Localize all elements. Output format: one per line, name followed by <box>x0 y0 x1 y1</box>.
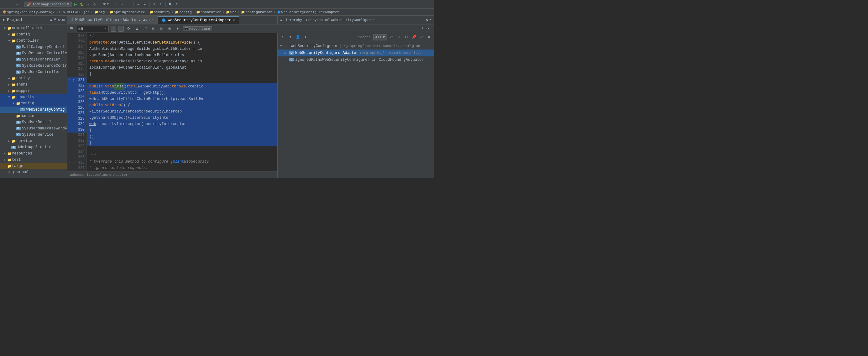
breadcrumb-security-label: security <box>154 10 170 14</box>
tab-java-close[interactable]: × <box>152 19 154 22</box>
search-filter-btn[interactable]: ⊞ <box>150 26 156 32</box>
app-selector[interactable]: 🚀 AdminApplication ▼ <box>24 2 72 7</box>
tree-item-handler[interactable]: 📁 handler <box>0 113 67 119</box>
hier-btn-1[interactable]: ↑ <box>280 34 286 40</box>
tree-item-target[interactable]: 📁 target <box>0 163 67 169</box>
search-input[interactable] <box>78 27 103 31</box>
search-match-init: init <box>114 83 124 90</box>
toolbar-icon-forward[interactable]: → <box>8 2 13 7</box>
hier-close-btn[interactable]: × <box>426 34 432 40</box>
sidebar-gear-icon[interactable]: ⚙ <box>58 18 60 22</box>
tree-item-com-mall-admin[interactable]: ▼ 📁 com.mall.admin <box>0 25 67 31</box>
tree-item-controller[interactable]: ▼ 📁 controller <box>0 38 67 44</box>
tree-item-enums[interactable]: ▶ 📁 enums <box>0 82 67 88</box>
search-clear-icon[interactable]: × <box>105 27 106 30</box>
tree-item-entity[interactable]: ▶ 📁 entity <box>0 75 67 82</box>
hier-item-ignoredpaths[interactable]: C IgnoredPathsWebSecurityConfigurer in C… <box>278 56 434 63</box>
hier-btn-2[interactable]: ↧ <box>287 34 293 40</box>
breadcrumb-web[interactable]: 📁 web <box>226 10 237 14</box>
tree-item-mall-category[interactable]: C MallCategoryController <box>0 44 67 50</box>
breadcrumb-springframework[interactable]: 📁 springframework <box>110 10 145 14</box>
tree-item-sysroleresource[interactable]: C SysRoleResourceController <box>0 63 67 69</box>
hier-item-websecurityconfigurer[interactable]: ▼ ➜ WebSecurityConfigurer (org.springfra… <box>278 42 434 50</box>
coverage-btn[interactable]: ☂ <box>86 2 91 7</box>
tree-item-sec-config[interactable]: ▼ 📁 config <box>0 100 67 107</box>
breadcrumb-config[interactable]: 📁 config <box>175 10 192 14</box>
breadcrumb-configuration[interactable]: 📁 configuration <box>241 10 272 14</box>
search-prev-btn[interactable]: ↑ <box>111 26 116 32</box>
match-case-btn[interactable]: ✓ Match Case <box>183 26 212 31</box>
tree-item-sysrole[interactable]: C SysRoleController <box>0 56 67 63</box>
search-input-wrap[interactable]: × <box>76 26 109 32</box>
hier-collapse-btn[interactable]: ⊟ <box>403 34 409 40</box>
hier-pin-btn[interactable]: 📌 <box>411 34 417 40</box>
tree-item-sysresource[interactable]: C SysResourceController <box>0 50 67 56</box>
scope-dropdown[interactable]: All ▼ <box>373 34 387 40</box>
tab-hierarchy-file[interactable]: 🔷 WebSecurityConfigurerAdapter × <box>158 16 239 24</box>
folder-icon-5: 📁 <box>196 10 200 14</box>
tab-hier-close[interactable]: × <box>233 19 235 22</box>
merge-btn[interactable]: ⊕ <box>152 2 157 7</box>
git-refresh[interactable]: ↺ <box>126 2 131 7</box>
hierarchy-tree[interactable]: ▼ ➜ WebSecurityConfigurer (org.springfra… <box>278 41 434 178</box>
hierarchy-settings-icon[interactable]: ⚙ <box>426 18 428 22</box>
search-wrap-btn[interactable]: ⟳ <box>126 26 132 32</box>
scope-arrow: ▼ <box>382 35 385 39</box>
hier-expand-win-btn[interactable]: ⤢ <box>418 34 425 40</box>
top-toolbar: ← → ↺ 🚀 AdminApplication ▼ ▶ 🐛 ☂ 🔌 Git: … <box>0 0 434 9</box>
search-more-btn[interactable]: ⋮⋮ <box>418 26 424 32</box>
search-filter2-btn[interactable]: ⊟ <box>158 26 164 32</box>
redo-btn[interactable]: ↪ <box>142 2 147 7</box>
hier-arrow-2: ▶ <box>284 51 289 55</box>
tree-item-service[interactable]: ▶ 📁 service <box>0 138 67 144</box>
attach-btn[interactable]: 🔌 <box>92 2 97 7</box>
tree-item-adminapp[interactable]: C AdminApplication <box>0 144 67 150</box>
tree-item-sysuser-ctrl[interactable]: C SysUserController <box>0 69 67 75</box>
sidebar-layout-icon[interactable]: ⊞ <box>62 18 65 22</box>
breadcrumb-sep-1: › <box>91 10 93 14</box>
search-close-btn[interactable]: × <box>425 26 432 32</box>
breadcrumb-org[interactable]: 📁 org <box>94 10 105 14</box>
tree-item-config[interactable]: ▶ 📁 config <box>0 31 67 38</box>
search-options-btn[interactable]: ⊠ <box>166 26 173 32</box>
breadcrumb-security[interactable]: 📁 security <box>150 10 170 14</box>
sidebar-settings-icon[interactable]: ≡ <box>54 18 56 22</box>
tree-item-mapper[interactable]: ▶ 📁 mapper <box>0 88 67 94</box>
code-editor[interactable]: 313 314 315 <box>67 33 277 171</box>
tree-item-test[interactable]: ▶ 📁 test <box>0 157 67 163</box>
tree-item-resources[interactable]: ▶ 📁 resources <box>0 150 67 157</box>
tab-java-file[interactable]: J WebSecurityConfigurerAdapter.java × <box>67 16 158 24</box>
hier-btn-4[interactable]: ⬇ <box>302 34 308 40</box>
search-filter3-btn[interactable]: ▼ <box>175 26 181 32</box>
sidebar-sync-icon[interactable]: ⊙ <box>50 18 52 22</box>
search-toolbar-btn[interactable]: 🔍 <box>168 2 173 7</box>
tree-item-security[interactable]: ▼ 📁 security <box>0 94 67 100</box>
search-next-btn[interactable]: ↓ <box>118 26 124 32</box>
breadcrumb-sep-8: › <box>274 10 276 14</box>
search-regex-btn[interactable]: .* <box>142 26 148 32</box>
hier-item-websecurityconfigureradapter[interactable]: ▶ C WebSecurityConfigurerAdapter (org.sp… <box>278 50 434 56</box>
code-content[interactable]: */ protected UserDetailsService userDeta… <box>87 33 277 171</box>
tree-item-sysusernamepwd[interactable]: C SysUserNamePasswordFormFilter <box>0 125 67 131</box>
hier-btn-3[interactable]: 👤 <box>294 34 301 40</box>
run-btn[interactable]: ▶ <box>73 2 78 7</box>
git-check[interactable]: ✓ <box>114 2 119 7</box>
debug-btn[interactable]: 🐛 <box>79 2 84 7</box>
tree-item-websecurity-config[interactable]: C WebSecurityConfig <box>0 107 67 113</box>
git-tick[interactable]: ✔ <box>120 2 125 7</box>
breadcrumb-annotation[interactable]: 📁 annotation <box>196 10 221 14</box>
tree-item-sysuserdetail[interactable]: C SysUserDetail <box>0 119 67 125</box>
toolbar-icon-refresh[interactable]: ↺ <box>14 2 20 7</box>
hierarchy-title: Hierarchy: Subtypes of WebSecurityConfig… <box>284 18 374 22</box>
hier-refresh-btn[interactable]: ↺ <box>388 34 395 40</box>
hier-expand-btn[interactable]: ⊞ <box>396 34 402 40</box>
settings-toolbar-btn[interactable]: ⚙ <box>174 2 179 7</box>
undo-btn[interactable]: ↩ <box>136 2 141 7</box>
toolbar-icon-back[interactable]: ← <box>2 2 7 7</box>
search-words-btn[interactable]: W <box>134 26 140 32</box>
push-btn[interactable]: ↑ <box>158 2 163 7</box>
tree-item-sysuserservice[interactable]: C SysUserService <box>0 131 67 138</box>
breadcrumb-class[interactable]: 🔷 WebSecurityConfigurerAdapter <box>277 10 339 14</box>
tree-item-pom[interactable]: m pom.xml <box>0 169 67 176</box>
hierarchy-close-icon[interactable]: × <box>429 18 432 22</box>
